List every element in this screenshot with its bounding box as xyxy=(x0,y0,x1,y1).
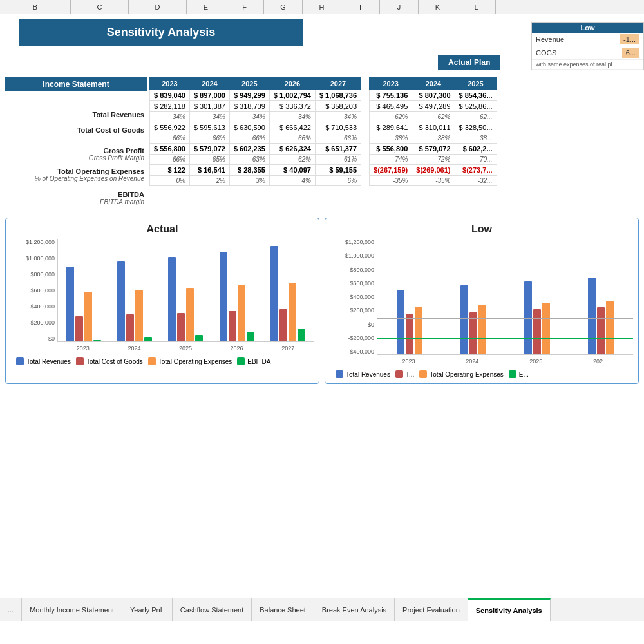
low-legend-ebitda-label: E... xyxy=(519,371,529,378)
actual-data-table: 2023 2024 2025 2026 2027 $ 839,040 $ 897… xyxy=(149,77,361,186)
low-bar-group-2026 xyxy=(588,278,614,354)
is-total-cogs: Total Cost of Goods xyxy=(5,125,147,146)
low-y-label-4: $600,000 xyxy=(350,280,374,287)
actual-year-2023: 2023 xyxy=(150,78,190,90)
low-legend-revenues-label: Total Revenues xyxy=(346,371,390,378)
low-cogs-value: 6... xyxy=(622,48,639,58)
actual-opex-pct-2026: 62% xyxy=(269,155,315,165)
actual-cogs-value-row: $ 282,118 $ 301,387 $ 318,709 $ 336,372 … xyxy=(150,101,361,112)
actual-cogs-pct-2026: 34% xyxy=(269,112,315,122)
actual-opex-pct-2024: 65% xyxy=(189,155,229,165)
actual-rev-2027: $ 1,068,736 xyxy=(315,90,361,101)
col-g: G xyxy=(264,0,303,14)
low-rev-2023: $ 755,136 xyxy=(370,90,412,101)
low-chart-bars xyxy=(377,239,633,355)
actual-legend-opex-label: Total Operating Expenses xyxy=(158,358,232,365)
tab-break-even[interactable]: Break Even Analysis xyxy=(314,598,395,621)
low-chart-zero-line xyxy=(377,318,633,319)
tab-yearly-pnl[interactable]: Yearly PnL xyxy=(122,598,173,621)
tab-cashflow[interactable]: Cashflow Statement xyxy=(173,598,252,621)
actual-table-header-row: 2023 2024 2025 2026 2027 xyxy=(150,78,361,90)
low-bar-group-2023 xyxy=(397,290,422,354)
actual-legend-revenues-label: Total Revenues xyxy=(26,358,71,365)
actual-year-2024: 2024 xyxy=(189,78,229,90)
low-opex-bar-2026 xyxy=(606,301,614,354)
low-ebitda-2025: $(273,7... xyxy=(455,165,497,176)
low-opex-value-row: $ 556,800 $ 579,072 $ 602,2... xyxy=(370,144,497,155)
actual-x-2026: 2026 xyxy=(231,345,243,352)
actual-cogs-2024: $ 301,387 xyxy=(189,101,229,112)
low-chart-title: Low xyxy=(330,223,633,235)
is-ebitda: EBITDA EBITDA margin xyxy=(5,189,147,210)
low-y-label-8: -$200,000 xyxy=(348,335,374,341)
actual-bar-group-2026 xyxy=(220,252,254,341)
actual-opex-pct-2025: 63% xyxy=(229,155,269,165)
actual-y-label-6: $200,000 xyxy=(30,319,55,326)
actual-data-table-wrapper: 2023 2024 2025 2026 2027 $ 839,040 $ 897… xyxy=(149,77,361,210)
is-gross-profit: Gross Profit Gross Profit Margin xyxy=(5,146,147,166)
low-x-2023: 2023 xyxy=(402,358,415,365)
tab-project-eval[interactable]: Project Evaluation xyxy=(395,598,468,621)
low-y-label-9: -$400,000 xyxy=(348,348,374,355)
low-note: with same expenses of real pl... xyxy=(536,61,617,68)
low-opex-pct-2025: 70... xyxy=(455,155,497,165)
low-ebitda-value-row: $(267,159) $(269,061) $(273,7... xyxy=(370,165,497,176)
actual-ebitda-pct-2026: 4% xyxy=(269,176,315,186)
col-f: F xyxy=(225,0,264,14)
low-legend-opex: Total Operating Expenses xyxy=(419,370,504,378)
actual-opex-value-row: $ 556,800 $ 579,072 $ 602,235 $ 626,324 … xyxy=(150,144,361,155)
actual-opex-2024: $ 579,072 xyxy=(189,144,229,155)
is-gross-profit-label: Gross Profit xyxy=(8,147,144,155)
is-total-cogs-label: Total Cost of Goods xyxy=(8,126,144,134)
actual-chart-title: Actual xyxy=(11,223,314,235)
low-legend-cogs-label: T... xyxy=(406,371,414,378)
low-ebitda-pct-2024: -35% xyxy=(412,176,455,186)
is-opex-pct-label: % of Operating Expenses on Revenue xyxy=(8,175,144,182)
low-chart-area: $1,200,000 $1,000,000 $800,000 $600,000 … xyxy=(330,239,633,368)
low-revenues-row: $ 755,136 $ 807,300 $ 854,36... xyxy=(370,90,497,101)
actual-gp-2025: $ 630,590 xyxy=(229,122,269,133)
actual-legend-revenues: Total Revenues xyxy=(16,357,71,365)
actual-bar-group-2023 xyxy=(66,267,101,341)
col-h: H xyxy=(303,0,341,14)
actual-legend-revenues-dot xyxy=(16,357,24,365)
actual-cogs-bar-2025 xyxy=(177,313,185,341)
actual-rev-bar-2025 xyxy=(168,257,176,341)
col-j: J xyxy=(380,0,419,14)
actual-x-2025: 2025 xyxy=(179,345,192,352)
low-legend-revenues: Total Revenues xyxy=(336,370,390,378)
low-opex-bar-2024 xyxy=(478,305,486,354)
actual-ebitda-pct-2024: 2% xyxy=(189,176,229,186)
is-gross-profit-margin-label: Gross Profit Margin xyxy=(8,155,144,162)
low-ebitda-line xyxy=(377,338,633,339)
actual-cogs-bar-2026 xyxy=(229,311,236,341)
tab-sensitivity-analysis[interactable]: Sensitivity Analysis xyxy=(468,598,551,621)
low-year-2023: 2023 xyxy=(370,78,412,90)
low-table-header-row: 2023 2024 2025 xyxy=(370,78,497,90)
col-c: C xyxy=(71,0,129,14)
low-gp-pct-2025: 38... xyxy=(455,133,497,144)
low-ebitda-pct-2023: -35% xyxy=(370,176,412,186)
low-cogs-pct-2025: 62... xyxy=(455,112,497,122)
actual-gp-pct-2025: 66% xyxy=(229,133,269,144)
low-chart-yaxis: $1,200,000 $1,000,000 $800,000 $600,000 … xyxy=(330,239,377,355)
actual-gp-value-row: $ 556,922 $ 595,613 $ 630,590 $ 666,422 … xyxy=(150,122,361,133)
bottom-tabs: ... Monthly Income Statement Yearly PnL … xyxy=(0,598,644,621)
actual-ebitda-bar-2023 xyxy=(93,340,101,341)
low-cogs-value-row: $ 465,495 $ 497,289 $ 525,86... xyxy=(370,101,497,112)
low-cogs-bar-2026 xyxy=(597,307,605,354)
low-gp-2025: $ 328,50... xyxy=(455,122,497,133)
tab-monthly-income[interactable]: Monthly Income Statement xyxy=(22,598,122,621)
tab-balance-sheet[interactable]: Balance Sheet xyxy=(252,598,314,621)
actual-chart-yaxis: $1,200,000 $1,000,000 $800,000 $600,000 … xyxy=(11,239,57,342)
actual-cogs-pct-2023: 34% xyxy=(150,112,190,122)
low-box-header: Low xyxy=(532,23,643,33)
actual-opex-2027: $ 651,377 xyxy=(315,144,361,155)
actual-x-2024: 2024 xyxy=(128,345,140,352)
low-y-label-3: $800,000 xyxy=(350,267,374,273)
tab-dots[interactable]: ... xyxy=(0,598,22,621)
actual-ebitda-2026: $ 40,097 xyxy=(269,165,315,176)
is-ebitda-label: EBITDA xyxy=(8,191,144,198)
low-legend-opex-label: Total Operating Expenses xyxy=(430,371,504,378)
low-x-2024: 2024 xyxy=(466,358,478,365)
